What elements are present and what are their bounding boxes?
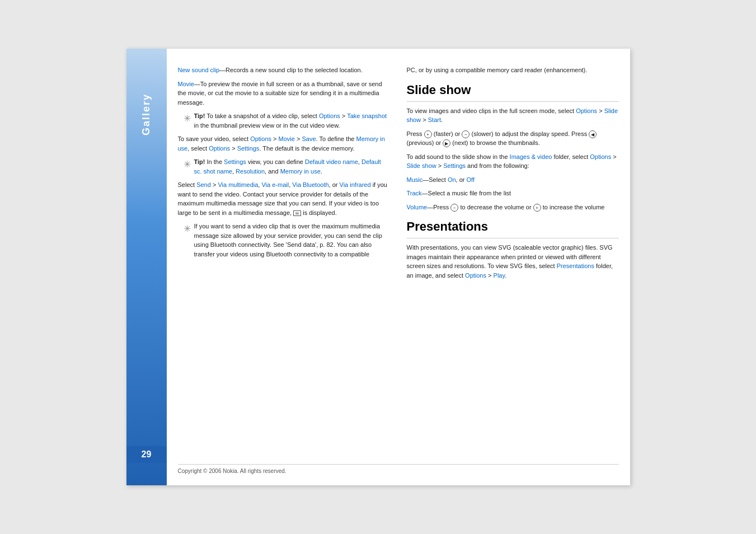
movie-link[interactable]: Movie bbox=[178, 81, 194, 87]
slide-show-p1: To view images and video clips in the fu… bbox=[407, 106, 619, 125]
faster-icon: + bbox=[424, 130, 432, 138]
presentations-options-link[interactable]: Options bbox=[465, 272, 486, 279]
music-line: Music—Select On, or Off bbox=[407, 175, 619, 185]
send-link[interactable]: Send bbox=[196, 181, 211, 188]
footer: Copyright © 2006 Nokia. All rights reser… bbox=[178, 464, 619, 474]
save-settings-link[interactable]: Settings bbox=[237, 145, 260, 152]
save-options2-link[interactable]: Options bbox=[209, 145, 230, 152]
content-columns: New sound clip—Records a new sound clip … bbox=[178, 65, 619, 458]
save-video-para: To save your video, select Options > Mov… bbox=[178, 134, 390, 153]
slide-show-heading: Slide show bbox=[407, 81, 619, 102]
slide-options2-link[interactable]: Options bbox=[590, 153, 611, 160]
slide-options-link[interactable]: Options bbox=[576, 107, 597, 114]
send-para: Select Send > Via multimedia, Via e-mail… bbox=[178, 180, 390, 217]
page-number: 29 bbox=[126, 446, 167, 463]
msg-icon: ✉ bbox=[293, 210, 301, 216]
tip2-block: ✳ Tip! In the Settings view, you can def… bbox=[184, 157, 390, 176]
presentations-para: With presentations, you can view SVG (sc… bbox=[407, 243, 619, 280]
sidebar: Gallery 29 bbox=[126, 49, 167, 485]
images-video-link[interactable]: Images & video bbox=[510, 153, 552, 160]
tip3-icon: ✳ bbox=[184, 222, 191, 236]
tip1-icon: ✳ bbox=[184, 112, 191, 125]
tip1-block: ✳ Tip! To take a snapshot of a video cli… bbox=[184, 111, 390, 130]
presentations-play-link[interactable]: Play bbox=[494, 272, 505, 279]
via-infrared-link[interactable]: Via infrared bbox=[340, 181, 371, 188]
main-content: New sound clip—Records a new sound clip … bbox=[167, 49, 630, 485]
track-line: Track—Select a music file from the list bbox=[407, 189, 619, 198]
pc-para: PC, or by using a compatible memory card… bbox=[407, 65, 619, 75]
new-sound-clip-link[interactable]: New sound clip bbox=[178, 67, 220, 73]
tip2-settings-link[interactable]: Settings bbox=[224, 158, 246, 165]
tip3-text: If you want to send a video clip that is… bbox=[194, 222, 390, 259]
tip3-block: ✳ If you want to send a video clip that … bbox=[184, 222, 390, 259]
tip1-options[interactable]: Options bbox=[319, 113, 340, 119]
new-sound-clip-para: New sound clip—Records a new sound clip … bbox=[178, 65, 390, 75]
presentations-heading: Presentations bbox=[407, 217, 619, 238]
tip2-memory-link[interactable]: Memory in use bbox=[280, 168, 321, 175]
slide-start-link[interactable]: Start bbox=[428, 116, 441, 123]
music-off-link[interactable]: Off bbox=[467, 176, 475, 183]
tip2-default-video-link[interactable]: Default video name bbox=[305, 158, 358, 165]
volume-line: Volume—Press − to decrease the volume or… bbox=[407, 203, 619, 212]
slide-show-p2: Press + (faster) or − (slower) to adjust… bbox=[407, 129, 619, 148]
music-link[interactable]: Music bbox=[407, 176, 423, 183]
music-on-link[interactable]: On bbox=[448, 176, 456, 183]
left-column: New sound clip—Records a new sound clip … bbox=[178, 65, 390, 458]
tip2-resolution-link[interactable]: Resolution bbox=[236, 168, 265, 175]
tip1-take-snapshot[interactable]: Take snapshot bbox=[347, 113, 387, 119]
save-save-link[interactable]: Save bbox=[302, 135, 316, 142]
via-bluetooth-link[interactable]: Via Bluetooth bbox=[292, 181, 328, 188]
movie-text: —To preview the movie in full screen or … bbox=[178, 81, 382, 106]
save-movie-link[interactable]: Movie bbox=[279, 135, 295, 142]
next-icon: ▶ bbox=[443, 139, 450, 147]
track-link[interactable]: Track bbox=[407, 190, 422, 196]
tip2-label: Tip! bbox=[194, 158, 205, 165]
tip1-text: Tip! To take a snapshot of a video clip,… bbox=[194, 111, 390, 130]
sidebar-label: Gallery bbox=[140, 93, 152, 135]
presentations-link[interactable]: Presentations bbox=[557, 263, 594, 269]
via-email-link[interactable]: Via e-mail bbox=[261, 181, 289, 188]
copyright-text: Copyright © 2006 Nokia. All rights reser… bbox=[178, 468, 287, 474]
new-sound-clip-text: —Records a new sound clip to the selecte… bbox=[219, 67, 363, 73]
page-container: Gallery 29 New sound clip—Records a new … bbox=[126, 49, 630, 485]
right-column: PC, or by using a compatible memory card… bbox=[407, 65, 619, 458]
via-multimedia-link[interactable]: Via multimedia bbox=[218, 181, 258, 188]
volume-link[interactable]: Volume bbox=[407, 204, 428, 210]
movie-para: Movie—To preview the movie in full scree… bbox=[178, 79, 390, 107]
tip2-text: Tip! In the Settings view, you can defin… bbox=[194, 157, 390, 176]
save-options-link[interactable]: Options bbox=[250, 135, 271, 142]
tip1-label: Tip! bbox=[194, 113, 205, 119]
volume-down-icon: − bbox=[450, 204, 458, 212]
slower-icon: − bbox=[462, 130, 469, 138]
slide-show-p3: To add sound to the slide show in the Im… bbox=[407, 152, 619, 171]
slide-settings-link[interactable]: Settings bbox=[443, 162, 466, 169]
tip2-icon: ✳ bbox=[184, 158, 191, 171]
volume-up-icon: + bbox=[533, 204, 541, 212]
slide-slideshow2-link[interactable]: Slide show bbox=[407, 162, 436, 169]
prev-icon: ◀ bbox=[589, 130, 597, 138]
